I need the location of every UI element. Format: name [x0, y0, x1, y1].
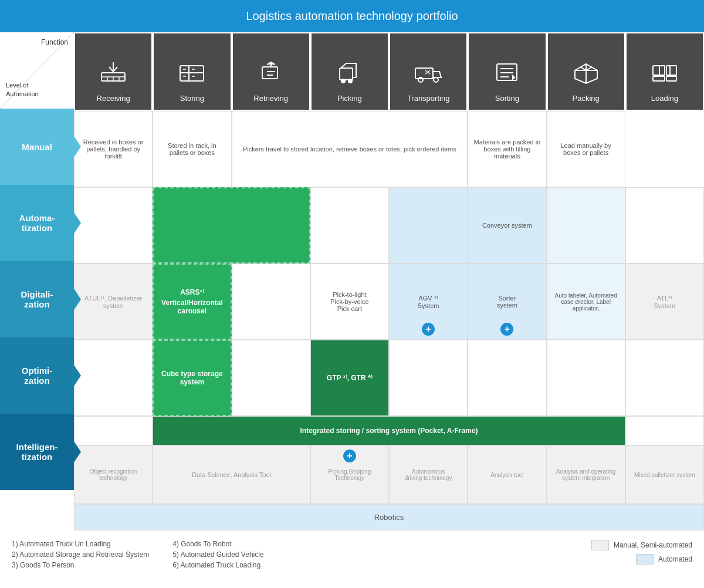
function-label: Function: [41, 38, 68, 46]
svg-point-17: [434, 77, 438, 82]
digi-packing: Auto labeler, Automated case erector, La…: [547, 263, 625, 340]
auto-storing-retrieving: [153, 187, 310, 263]
digi-retrieving: [232, 263, 310, 340]
footer-notes: 1) Automated Truck Un Loading 2) Automat…: [12, 540, 264, 569]
int-receiving: [74, 416, 153, 445]
auto-transporting: [389, 187, 468, 263]
func-picking: Picking: [312, 33, 388, 110]
auto-packing: [547, 187, 625, 263]
content-area: Receiving Storing: [74, 32, 704, 530]
level-digitalization: Digitali- zation: [0, 261, 74, 337]
level-label: Level ofAutomation: [6, 81, 39, 98]
auto-sorting-conveyor: Conveyor system: [468, 187, 546, 263]
footer: 1) Automated Truck Un Loading 2) Automat…: [0, 530, 704, 579]
svg-rect-9: [262, 67, 277, 79]
svg-rect-15: [415, 68, 433, 79]
svg-rect-12: [340, 68, 353, 80]
opt-packing: [547, 340, 625, 416]
intel-transporting: Autonomous driving technology: [389, 445, 468, 504]
svg-rect-24: [653, 76, 665, 81]
row-integrated: Integrated storing / sorting system (Poc…: [74, 416, 704, 445]
manual-pick-trans: Pickers travel to stored location, retri…: [232, 111, 468, 187]
manual-packing: Materials are packed in boxes with filli…: [468, 111, 546, 187]
row-robotics: Robotics: [74, 504, 704, 530]
manual-storing: Stored in rack, in pallets or boxes: [153, 111, 231, 187]
level-automation: Automa- tization: [0, 185, 74, 261]
digi-receiving: ATUL¹⁾, Depalletizer system: [74, 263, 153, 340]
intel-loading: Mixed palletizer system: [625, 445, 704, 504]
intel-picking: Picking,Gripping Technology +: [310, 445, 389, 504]
footer-col-1: 1) Automated Truck Un Loading 2) Automat…: [12, 540, 149, 569]
func-loading: Loading: [627, 33, 703, 110]
func-transporting: Transporting: [390, 33, 466, 110]
func-retrieving: Retrieving: [233, 33, 309, 110]
intel-sorting: Analysis tool: [468, 445, 546, 504]
page-title: Logistics automation technology portfoli…: [0, 0, 704, 32]
opt-sorting: [468, 340, 546, 416]
manual-receiving: Received in boxes or pallets, handled by…: [74, 111, 153, 187]
sidebar: Function Level ofAutomation Manual Autom…: [0, 32, 74, 530]
row-digitalization: ATUL¹⁾, Depalletizer system ASRS²⁾ Verti…: [74, 263, 704, 340]
svg-rect-25: [666, 76, 676, 81]
svg-point-13: [341, 79, 345, 83]
picking-plus-button[interactable]: +: [343, 450, 356, 462]
row-automation: Conveyor system: [74, 187, 704, 263]
manual-loading: Load manually by boxes or pallets: [547, 111, 625, 187]
func-sorting: Sorting: [469, 33, 545, 110]
agv-plus-button[interactable]: +: [422, 323, 435, 336]
svg-rect-23: [666, 66, 676, 75]
row-manual: Received in boxes or pallets, handled by…: [74, 111, 704, 187]
row-optimization: Cube type storage system GTP ³⁾, GTR ⁴⁾: [74, 340, 704, 416]
opt-loading: [625, 340, 704, 416]
row-intelligentization: Object recognition technology Data Scien…: [74, 445, 704, 504]
intel-storing-retrieving: Data Science, Analysis Tool: [153, 445, 310, 504]
func-packing: Packing: [548, 33, 624, 110]
digi-storing: ASRS²⁾ Vertical/Horizontal carousel: [153, 263, 231, 340]
opt-picking: GTP ³⁾, GTR ⁴⁾: [310, 340, 389, 416]
opt-transporting: [389, 340, 468, 416]
legend-automated: Automated: [636, 554, 692, 565]
sorter-plus-button[interactable]: +: [500, 323, 513, 336]
robotics-cell: Robotics: [74, 504, 704, 530]
opt-retrieving: [232, 340, 310, 416]
int-integrated: Integrated storing / sorting system (Poc…: [153, 416, 625, 445]
digi-sorting: Sorter system +: [468, 263, 546, 340]
int-loading: [625, 416, 704, 445]
legend-manual: Manual, Semi-automated: [591, 540, 692, 550]
data-rows: Received in boxes or pallets, handled by…: [74, 111, 704, 530]
level-optimization: Optimi- zation: [0, 337, 74, 414]
auto-picking: [310, 187, 389, 263]
intel-packing: Analysis and operating system integratio…: [547, 445, 625, 504]
auto-loading: [625, 187, 704, 263]
digi-picking: Pick-to-light Pick-by-voice Pick cart: [310, 263, 389, 340]
intel-receiving: Object recognition technology: [74, 445, 153, 504]
opt-storing: Cube type storage system: [153, 340, 231, 416]
digi-loading: ATL⁶⁾ System: [625, 263, 704, 340]
function-headers: Receiving Storing: [74, 32, 704, 111]
sidebar-header: Function Level ofAutomation: [0, 32, 74, 109]
opt-receiving: [74, 340, 153, 416]
level-intelligentization: Intelligen- tization: [0, 414, 74, 490]
level-manual: Manual: [0, 109, 74, 185]
svg-point-14: [348, 79, 352, 83]
footer-legend: Manual, Semi-automated Automated: [591, 540, 692, 565]
digi-transporting: AGV ⁵⁾ System +: [389, 263, 468, 340]
func-storing: Storing: [154, 33, 230, 110]
footer-col-2: 4) Goods To Robot 5) Automated Guided Ve…: [172, 540, 263, 569]
func-receiving: Receiving: [75, 33, 151, 110]
auto-receiving: [74, 187, 153, 263]
